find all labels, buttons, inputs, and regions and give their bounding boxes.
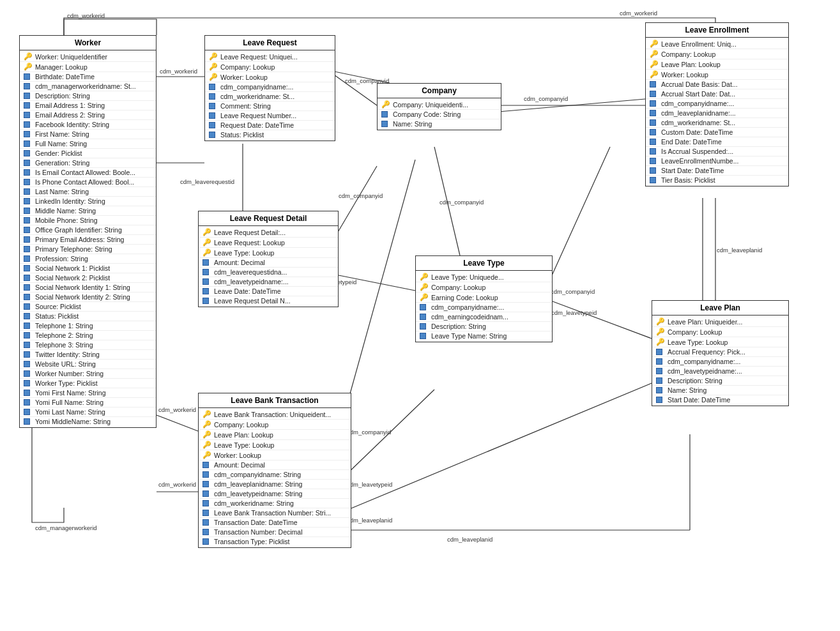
field-text: Leave Bank Transaction Number: Stri... [214, 509, 331, 517]
field-text: Company: Lookup [214, 421, 268, 429]
field-text: Name: String [393, 120, 432, 128]
field-row: Worker Number: String [20, 369, 156, 379]
field-text: Yomi MiddleName: String [35, 418, 111, 425]
field-row: Full Name: String [20, 139, 156, 149]
field-icon [24, 313, 33, 319]
key-icon: 🔑 [24, 52, 33, 61]
field-row: Primary Email Address: String [20, 235, 156, 245]
leave-plan-body: 🔑Leave Plan: Uniqueider...🔑Company: Look… [652, 316, 788, 406]
field-icon [420, 314, 429, 320]
key2-icon: 🔑 [650, 70, 659, 79]
company-title: Company [422, 86, 457, 95]
field-icon [24, 93, 33, 99]
field-row: 🔑Leave Type: Lookup [199, 248, 338, 258]
field-row: Status: Picklist [20, 312, 156, 321]
company-body: 🔑Company: Uniqueidenti...Company Code: S… [378, 98, 501, 130]
field-text: Status: Picklist [220, 131, 264, 139]
field-text: Telephone 1: String [35, 322, 93, 330]
field-text: Middle Name: String [35, 207, 96, 215]
field-icon [656, 358, 665, 365]
field-icon [24, 351, 33, 358]
field-row: 🔑Worker: Lookup [199, 450, 351, 460]
field-text: Comment: String [220, 102, 271, 110]
field-row: 🔑Leave Request: Lookup [199, 238, 338, 248]
field-icon [24, 198, 33, 204]
field-row: Amount: Decimal [199, 460, 351, 470]
svg-text:cdm_companyid: cdm_companyid [347, 429, 391, 436]
field-text: Primary Telephone: String [35, 245, 112, 253]
field-row: Company Code: String [378, 110, 501, 119]
leave-type-entity: Leave Type 🔑Leave Type: Uniquede...🔑Comp… [415, 255, 553, 342]
field-icon [209, 93, 218, 100]
field-text: Description: String [431, 323, 486, 330]
field-text: Custom Date: DateTime [661, 128, 733, 136]
field-icon [202, 481, 211, 487]
field-text: Company: Lookup [661, 50, 715, 58]
field-row: cdm_leaveplanidname:... [646, 109, 788, 118]
field-text: Worker Number: String [35, 370, 103, 377]
field-text: cdm_companyidname:... [661, 100, 734, 107]
field-text: cdm_leavetypeidname:... [214, 278, 289, 285]
svg-text:cdm_workerid: cdm_workerid [158, 481, 196, 488]
field-icon [24, 73, 33, 80]
field-text: Company Code: String [393, 110, 461, 118]
field-row: Facebook Identity: String [20, 120, 156, 130]
field-text: cdm_leaveplanidname: String [214, 480, 302, 488]
svg-text:cdm_leaveplanid: cdm_leaveplanid [447, 536, 493, 543]
field-row: cdm_companyidname:... [646, 99, 788, 109]
svg-line-15 [549, 300, 652, 338]
field-icon [202, 278, 211, 285]
field-row: 🔑Leave Type: Uniquede... [416, 272, 552, 282]
field-row: 🔑Leave Type: Lookup [652, 337, 788, 347]
field-row: Leave Bank Transaction Number: Stri... [199, 508, 351, 518]
field-text: cdm_leavetypeidname:... [668, 367, 742, 375]
field-row: 🔑Company: Uniqueidenti... [378, 100, 501, 110]
field-row: Amount: Decimal [199, 258, 338, 268]
field-icon [24, 323, 33, 329]
field-icon [420, 304, 429, 310]
worker-entity-body: 🔑Worker: UniqueIdentifier🔑Manager: Looku… [20, 50, 156, 427]
field-row: cdm_leaveplanidname: String [199, 480, 351, 489]
key2-icon: 🔑 [202, 441, 211, 449]
field-icon [24, 131, 33, 137]
field-row: Description: String [652, 376, 788, 386]
field-row: Request Date: DateTime [205, 121, 335, 130]
svg-text:cdm_companyid: cdm_companyid [551, 288, 595, 295]
leave-plan-entity: Leave Plan 🔑Leave Plan: Uniqueider...🔑Co… [652, 300, 789, 406]
field-row: 🔑Leave Plan: Lookup [199, 430, 351, 440]
field-text: Yomi Full Name: String [35, 399, 103, 406]
key2-icon: 🔑 [209, 63, 218, 71]
field-row: 🔑Worker: UniqueIdentifier [20, 52, 156, 62]
key-icon: 🔑 [381, 100, 390, 109]
field-icon [420, 323, 429, 330]
company-entity: Company 🔑Company: Uniqueidenti...Company… [377, 83, 501, 130]
field-icon [24, 188, 33, 195]
field-text: Leave Type: Lookup [668, 338, 728, 346]
field-text: Birthdate: DateTime [35, 73, 95, 80]
field-text: Office Graph Identifier: String [35, 226, 122, 234]
field-text: Leave Date: DateTime [214, 287, 281, 295]
field-row: cdm_workeridname: String [199, 499, 351, 508]
field-text: Social Network 1: Picklist [35, 264, 110, 272]
field-icon [24, 342, 33, 348]
field-text: Leave Request Detail:... [214, 229, 286, 236]
field-row: cdm_companyidname: String [199, 470, 351, 480]
field-text: cdm_workeridname: St... [661, 119, 735, 126]
field-row: Primary Telephone: String [20, 245, 156, 254]
svg-line-17 [549, 147, 610, 281]
field-icon [24, 255, 33, 262]
field-row: 🔑Leave Bank Transaction: Uniqueident... [199, 409, 351, 420]
field-text: Start Date: DateTime [668, 396, 730, 404]
field-icon [24, 150, 33, 156]
field-row: Yomi Last Name: String [20, 407, 156, 417]
field-row: Website URL: String [20, 360, 156, 369]
field-icon [202, 259, 211, 266]
field-row: Name: String [652, 386, 788, 395]
field-text: cdm_earningcodeidnam... [431, 313, 508, 321]
field-icon [650, 148, 659, 155]
svg-text:cdm_companyid: cdm_companyid [339, 192, 383, 199]
field-row: Name: String [378, 119, 501, 128]
field-icon [381, 121, 390, 127]
field-text: Company: Lookup [668, 328, 722, 336]
key2-icon: 🔑 [202, 451, 211, 459]
